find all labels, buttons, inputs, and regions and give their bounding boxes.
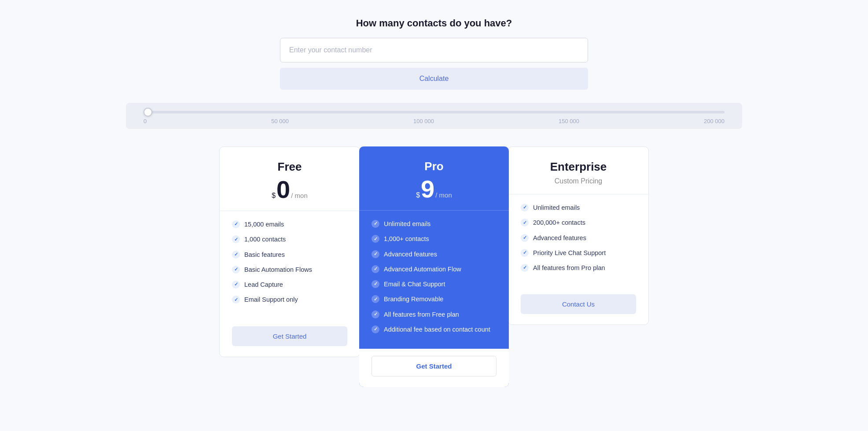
enterprise-feature-3: Advanced features [533,234,586,242]
slider-label-200k: 200 000 [704,118,725,124]
free-plan-name: Free [233,160,346,174]
enterprise-custom-pricing: Custom Pricing [522,177,635,185]
pro-price-row: $ 9 / mon [372,177,496,201]
enterprise-card-header: Enterprise Custom Pricing [508,147,648,194]
free-card-header: Free $ 0 / mon [220,147,360,211]
list-item: 1,000 contacts [232,235,347,244]
enterprise-feature-5: All features from Pro plan [533,263,605,272]
check-icon [232,235,240,243]
slider-label-50k: 50 000 [271,118,289,124]
enterprise-feature-4: Priority Live Chat Support [533,248,606,257]
check-icon [371,325,379,333]
page-title: How many contacts do you have? [356,18,512,29]
check-icon [371,220,379,228]
free-price-symbol: $ [272,192,276,200]
pricing-container: Free $ 0 / mon 15,000 emails 1,000 conta… [219,146,649,387]
check-icon [371,280,379,288]
pro-plan-card: Pro $ 9 / mon Unlimited emails 1,000+ co… [359,146,509,387]
enterprise-button-wrapper: Contact Us [508,287,648,325]
list-item: Lead Capture [232,280,347,289]
list-item: Email Support only [232,295,347,304]
list-item: 200,000+ contacts [521,218,636,227]
check-icon [371,295,379,303]
free-price-row: $ 0 / mon [233,177,346,202]
enterprise-feature-2: 200,000+ contacts [533,218,585,227]
list-item: Unlimited emails [521,203,636,212]
check-icon [371,235,379,243]
enterprise-plan-card: Enterprise Custom Pricing Unlimited emai… [508,146,649,325]
list-item: Advanced Automation Flow [371,265,497,274]
free-features-list: 15,000 emails 1,000 contacts Basic featu… [220,211,360,319]
pro-feature-8: Additional fee based on contact count [384,325,490,334]
pro-button-wrapper: Get Started [359,349,509,387]
pro-feature-2: 1,000+ contacts [384,234,429,243]
pro-features-list: Unlimited emails 1,000+ contacts Advance… [359,210,509,349]
slider-labels: 0 50 000 100 000 150 000 200 000 [143,118,725,124]
free-price-amount: 0 [276,177,290,202]
slider-label-0: 0 [143,118,147,124]
check-icon [232,296,240,303]
pro-price-amount: 9 [421,177,434,201]
list-item: Branding Removable [371,295,497,303]
free-feature-5: Lead Capture [244,280,283,289]
calculate-button[interactable]: Calculate [280,68,588,90]
slider-track[interactable] [143,111,725,113]
pro-feature-1: Unlimited emails [384,219,430,228]
list-item: All features from Pro plan [521,263,636,272]
list-item: Advanced features [371,250,497,259]
list-item: Unlimited emails [371,219,497,228]
enterprise-contact-us-button[interactable]: Contact Us [521,294,636,314]
list-item: Priority Live Chat Support [521,248,636,257]
check-icon [521,219,529,226]
pro-get-started-button[interactable]: Get Started [371,356,497,376]
slider-container: 0 50 000 100 000 150 000 200 000 [126,103,742,129]
free-feature-4: Basic Automation Flows [244,265,312,274]
list-item: Email & Chat Support [371,280,497,289]
enterprise-feature-1: Unlimited emails [533,203,580,212]
free-feature-2: 1,000 contacts [244,235,286,244]
check-icon [521,249,529,257]
free-feature-3: Basic features [244,250,285,259]
check-icon [232,251,240,259]
slider-label-150k: 150 000 [559,118,579,124]
check-icon [371,310,379,318]
free-price-period: / mon [291,192,308,199]
free-feature-6: Email Support only [244,295,298,304]
pro-price-period: / mon [435,191,452,199]
list-item: 15,000 emails [232,220,347,229]
slider-thumb[interactable] [143,108,152,117]
check-icon [232,281,240,289]
enterprise-features-list: Unlimited emails 200,000+ contacts Advan… [508,194,648,287]
enterprise-plan-name: Enterprise [522,160,635,174]
list-item: Basic Automation Flows [232,265,347,274]
check-icon [521,264,529,272]
free-get-started-button[interactable]: Get Started [232,326,347,346]
pro-feature-4: Advanced Automation Flow [384,265,461,274]
free-feature-1: 15,000 emails [244,220,284,229]
pro-card-header: Pro $ 9 / mon [359,146,509,210]
list-item: Advanced features [521,234,636,242]
list-item: All features from Free plan [371,310,497,319]
check-icon [521,204,529,212]
list-item: 1,000+ contacts [371,234,497,243]
list-item: Additional fee based on contact count [371,325,497,334]
pro-feature-3: Advanced features [384,250,437,259]
check-icon [232,266,240,274]
free-plan-card: Free $ 0 / mon 15,000 emails 1,000 conta… [219,146,360,357]
pro-feature-7: All features from Free plan [384,310,459,319]
contact-number-input[interactable] [280,38,588,62]
pro-feature-5: Email & Chat Support [384,280,445,289]
pro-feature-6: Branding Removable [384,295,443,303]
free-button-wrapper: Get Started [220,319,360,357]
pro-plan-name: Pro [372,160,496,173]
list-item: Basic features [232,250,347,259]
check-icon [521,234,529,242]
check-icon [371,250,379,258]
contact-input-wrapper [280,38,588,62]
pro-price-symbol: $ [416,191,420,199]
slider-label-100k: 100 000 [413,118,434,124]
check-icon [232,220,240,228]
check-icon [371,265,379,273]
